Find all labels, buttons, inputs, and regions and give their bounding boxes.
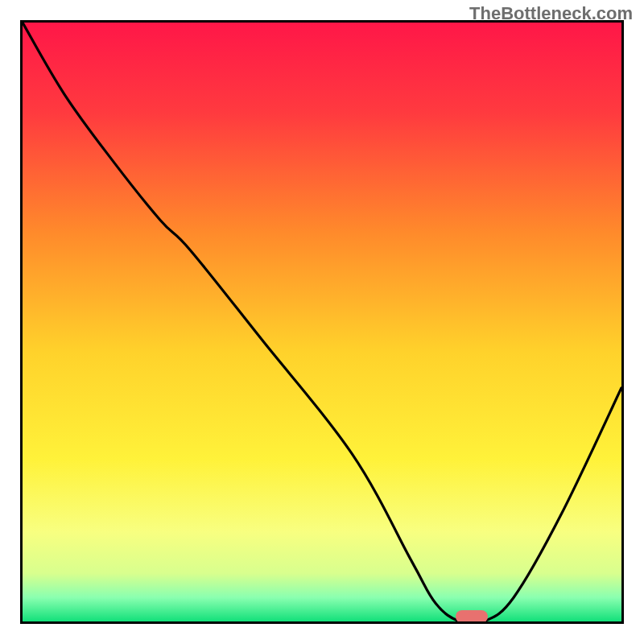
- bottleneck-curve: [23, 23, 621, 621]
- plot-frame: [20, 20, 624, 624]
- optimal-marker: [456, 610, 488, 623]
- curve-path: [23, 23, 621, 621]
